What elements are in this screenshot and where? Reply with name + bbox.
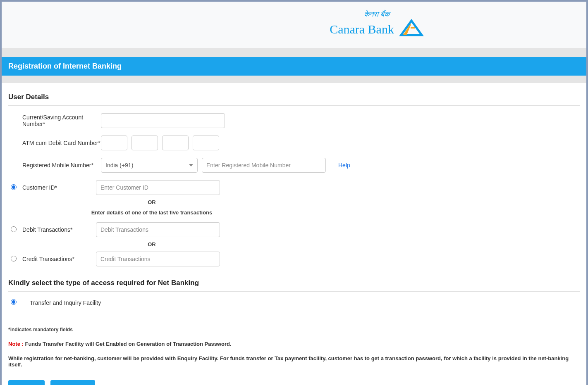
spacer-strip-2 [2,76,586,83]
transfer-inquiry-label: Transfer and Inquiry Facility [30,299,101,306]
note-body: Funds Transfer Facility will Get Enabled… [25,341,231,347]
debit-card-label: ATM cum Debit Card Number* [22,140,101,146]
transfer-inquiry-radio[interactable] [11,299,17,305]
disagree-button[interactable]: I Disagree [50,380,95,385]
mandatory-fields-note: *indicates mandatory fields [8,327,580,333]
registration-info-text: While registration for net-banking, cust… [8,355,580,368]
form-content: User Details Current/Saving Account Numb… [2,83,586,385]
header: केनरा बैंक Canara Bank [2,2,586,48]
country-code-select[interactable]: India (+91) [101,158,198,173]
logo-hindi-text: केनरा बैंक [330,10,424,19]
page-title: Registration of Internet Banking [8,62,122,70]
account-number-row: Current/Saving Account Number* [8,113,580,128]
customer-id-radio[interactable] [11,184,17,190]
divider-2 [8,291,580,292]
button-row: I Agree I Disagree [8,380,580,385]
debit-transactions-input[interactable] [96,222,220,237]
note-prefix: Note : [8,341,25,347]
bank-logo-icon [399,19,424,40]
debit-card-input-1[interactable] [101,135,127,150]
access-option-row: Transfer and Inquiry Facility [8,299,580,306]
bank-logo: केनरा बैंक Canara Bank [330,10,424,40]
debit-transactions-radio[interactable] [11,226,17,232]
or-separator-1: OR [8,199,229,205]
logo-english-text: Canara Bank [330,22,394,36]
debit-card-input-3[interactable] [162,135,189,150]
debit-card-input-4[interactable] [193,135,219,150]
divider [8,105,580,106]
debit-card-row: ATM cum Debit Card Number* [8,135,580,150]
debit-transactions-row: Debit Transactions* [8,222,580,237]
chevron-down-icon [189,164,193,166]
note-line: Note : Funds Transfer Facility will Get … [8,341,580,347]
access-type-section: Kindly select the type of access require… [8,279,580,306]
mobile-number-row: Registered Mobile Number* India (+91) He… [8,158,580,173]
help-link[interactable]: Help [338,162,350,169]
user-details-heading: User Details [8,93,580,101]
customer-id-label: Customer ID* [22,184,96,191]
country-code-value: India (+91) [105,162,133,169]
page-title-bar: Registration of Internet Banking [2,57,586,76]
or-separator-2: OR [8,241,229,247]
account-number-input[interactable] [101,113,225,128]
customer-id-input[interactable] [96,180,220,195]
credit-transactions-row: Credit Transactions* [8,252,580,266]
transaction-instruction: Enter details of one of the last five tr… [8,209,229,216]
credit-transactions-radio[interactable] [11,256,17,261]
spacer-strip-1 [2,48,586,57]
debit-card-input-2[interactable] [131,135,158,150]
access-type-heading: Kindly select the type of access require… [8,279,580,287]
agree-button[interactable]: I Agree [8,380,45,385]
page-frame: केनरा बैंक Canara Bank Registration of I… [0,0,588,385]
credit-transactions-label: Credit Transactions* [22,256,96,262]
debit-transactions-label: Debit Transactions* [22,226,96,233]
mobile-number-label: Registered Mobile Number* [22,162,101,169]
account-number-label: Current/Saving Account Number* [22,114,101,127]
credit-transactions-input[interactable] [96,252,220,266]
customer-id-row: Customer ID* [8,180,580,195]
mobile-number-input[interactable] [202,158,326,173]
